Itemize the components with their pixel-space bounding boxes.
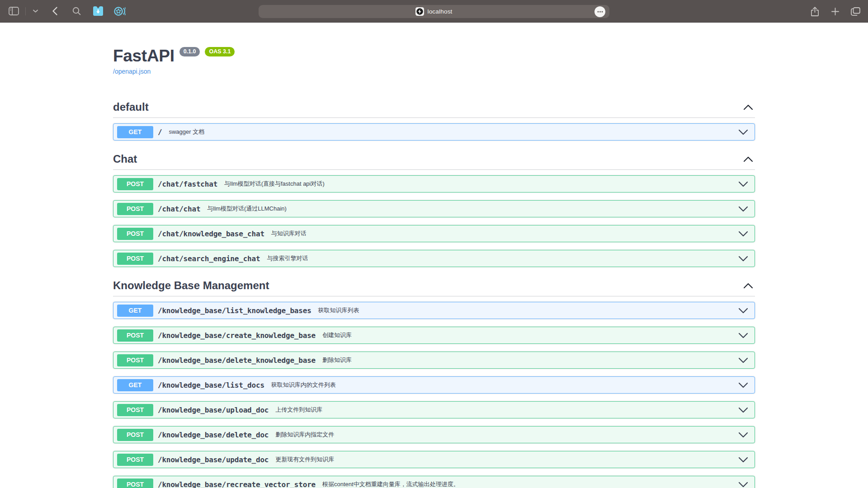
back-icon[interactable]	[48, 5, 61, 18]
expand-endpoint-button[interactable]	[738, 382, 748, 388]
chevron-down-icon	[738, 206, 748, 212]
chevron-down-icon	[738, 432, 748, 438]
tab-overview-icon[interactable]	[849, 5, 862, 18]
chevron-down-icon	[738, 333, 748, 338]
endpoint-description: 与搜索引擎对话	[267, 254, 308, 263]
chevron-down-icon	[738, 256, 748, 262]
section-title: default	[113, 101, 149, 113]
endpoint-path: /chat/search_engine_chat	[158, 254, 260, 263]
section-header[interactable]: default	[113, 96, 755, 118]
api-info: FastAPI 0.1.0 OAS 3.1 /openapi.json	[113, 47, 755, 75]
expand-endpoint-button[interactable]	[738, 231, 748, 237]
oas-badge: OAS 3.1	[205, 47, 235, 56]
openapi-spec-link[interactable]: /openapi.json	[113, 68, 151, 75]
sidebar-toggle-icon[interactable]	[7, 5, 20, 18]
section-title: Chat	[113, 153, 137, 165]
chevron-up-icon	[743, 156, 753, 162]
method-badge: POST	[117, 203, 153, 215]
endpoint-row[interactable]: POST /chat/knowledge_base_chat 与知识库对话	[113, 225, 755, 242]
api-sections: default GET / swagger 文档 Chat POST /chat…	[113, 96, 755, 488]
expand-endpoint-button[interactable]	[738, 206, 748, 212]
expand-endpoint-button[interactable]	[738, 432, 748, 438]
section-header[interactable]: Chat	[113, 148, 755, 170]
endpoint-path: /knowledge_base/create_knowledge_base	[158, 331, 316, 340]
chevron-down-icon	[738, 382, 748, 388]
method-badge: POST	[117, 404, 153, 416]
expand-endpoint-button[interactable]	[738, 457, 748, 463]
expand-endpoint-button[interactable]	[738, 407, 748, 413]
method-badge: POST	[117, 253, 153, 265]
method-badge: POST	[117, 429, 153, 441]
endpoint-description: 与llm模型对话(直接与fastchat api对话)	[224, 180, 325, 188]
version-badge: 0.1.0	[179, 47, 200, 56]
section-endpoints: POST /chat/fastchat 与llm模型对话(直接与fastchat…	[113, 170, 755, 267]
chevron-down-icon	[738, 457, 748, 463]
endpoint-row[interactable]: POST /chat/search_engine_chat 与搜索引擎对话	[113, 250, 755, 267]
toolbar-right-group	[808, 0, 862, 23]
endpoint-row[interactable]: POST /knowledge_base/create_knowledge_ba…	[113, 327, 755, 344]
api-section: Knowledge Base Management GET /knowledge…	[113, 275, 755, 488]
method-badge: POST	[117, 329, 153, 342]
endpoint-row[interactable]: POST /knowledge_base/update_doc 更新现有文件到知…	[113, 451, 755, 468]
endpoint-description: 根据content中文档重建向量库，流式输出处理进度。	[322, 480, 459, 488]
toolbar-separator	[25, 7, 26, 15]
endpoint-row[interactable]: POST /knowledge_base/upload_doc 上传文件到知识库	[113, 401, 755, 418]
collapse-section-button[interactable]	[741, 156, 755, 162]
expand-endpoint-button[interactable]	[738, 357, 748, 363]
expand-endpoint-button[interactable]	[738, 129, 748, 135]
endpoint-path: /knowledge_base/delete_knowledge_base	[158, 356, 316, 365]
toolbar-left-group	[7, 5, 126, 18]
endpoint-description: 获取知识库列表	[318, 306, 359, 314]
endpoint-description: 获取知识库内的文件列表	[271, 381, 336, 389]
chevron-down-icon	[738, 181, 748, 187]
endpoint-description: 删除知识库	[322, 356, 352, 364]
new-tab-plus-icon[interactable]	[829, 5, 841, 18]
address-bar[interactable]: localhost	[259, 5, 609, 18]
search-icon[interactable]	[70, 5, 83, 18]
endpoint-row[interactable]: POST /chat/chat 与llm模型对话(通过LLMChain)	[113, 200, 755, 217]
chevron-down-icon	[738, 129, 748, 135]
method-badge: POST	[117, 454, 153, 466]
page-title: FastAPI	[113, 47, 175, 66]
endpoint-path: /knowledge_base/list_docs	[158, 381, 264, 389]
method-badge: POST	[117, 354, 153, 366]
section-endpoints: GET /knowledge_base/list_knowledge_bases…	[113, 296, 755, 488]
extension-live-icon[interactable]	[113, 5, 126, 18]
chevron-down-icon	[738, 231, 748, 237]
method-badge: POST	[117, 228, 153, 240]
site-favicon	[415, 7, 424, 16]
browser-toolbar: localhost	[0, 0, 868, 23]
ellipsis-icon[interactable]	[594, 6, 605, 17]
section-endpoints: GET / swagger 文档	[113, 118, 755, 141]
share-icon[interactable]	[808, 5, 821, 18]
collapse-section-button[interactable]	[741, 104, 755, 110]
section-header[interactable]: Knowledge Base Management	[113, 275, 755, 296]
endpoint-description: 上传文件到知识库	[275, 406, 322, 414]
extension-bookmark-icon[interactable]	[92, 5, 104, 18]
endpoint-row[interactable]: GET /knowledge_base/list_docs 获取知识库内的文件列…	[113, 376, 755, 394]
endpoint-path: /knowledge_base/list_knowledge_bases	[158, 306, 311, 315]
endpoint-row[interactable]: POST /knowledge_base/recreate_vector_sto…	[113, 476, 755, 488]
endpoint-row[interactable]: POST /chat/fastchat 与llm模型对话(直接与fastchat…	[113, 175, 755, 192]
expand-endpoint-button[interactable]	[738, 256, 748, 262]
endpoint-description: 创建知识库	[322, 331, 352, 339]
api-section: Chat POST /chat/fastchat 与llm模型对话(直接与fas…	[113, 148, 755, 267]
chevron-up-icon	[743, 104, 753, 110]
collapse-section-button[interactable]	[741, 283, 755, 289]
api-section: default GET / swagger 文档	[113, 96, 755, 141]
endpoint-description: 与知识库对话	[271, 230, 307, 238]
expand-endpoint-button[interactable]	[738, 181, 748, 187]
expand-endpoint-button[interactable]	[738, 333, 748, 338]
endpoint-row[interactable]: GET /knowledge_base/list_knowledge_bases…	[113, 302, 755, 319]
endpoint-row[interactable]: POST /knowledge_base/delete_doc 删除知识库内指定…	[113, 426, 755, 443]
endpoint-row[interactable]: POST /knowledge_base/delete_knowledge_ba…	[113, 352, 755, 369]
chevron-down-icon	[738, 407, 748, 413]
endpoint-path: /knowledge_base/recreate_vector_store	[158, 480, 316, 488]
sidebar-chevron-down-icon[interactable]	[31, 5, 39, 18]
swagger-page: FastAPI 0.1.0 OAS 3.1 /openapi.json defa…	[113, 47, 755, 488]
expand-endpoint-button[interactable]	[738, 482, 748, 488]
expand-endpoint-button[interactable]	[738, 308, 748, 314]
endpoint-path: /chat/fastchat	[158, 180, 217, 188]
endpoint-row[interactable]: GET / swagger 文档	[113, 123, 755, 141]
endpoint-path: /knowledge_base/delete_doc	[158, 431, 269, 439]
